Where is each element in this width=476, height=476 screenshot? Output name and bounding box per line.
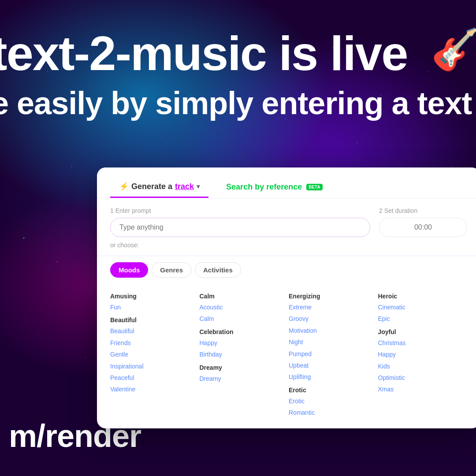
ui-panel: ⚡ Generate a track ▾ Search by reference… bbox=[97, 167, 476, 428]
mood-category-beautiful: Beautiful bbox=[110, 316, 195, 324]
mood-item-peaceful[interactable]: Peaceful bbox=[110, 373, 195, 383]
form-section: 1 Enter prompt or choose: 2 Set duration bbox=[97, 198, 476, 256]
mood-item-xmas[interactable]: Xmas bbox=[378, 384, 463, 394]
mood-item-birthday[interactable]: Birthday bbox=[200, 350, 285, 359]
mood-item-pumped[interactable]: Pumped bbox=[289, 349, 374, 359]
mood-category-amusing: Amusing bbox=[110, 293, 195, 300]
mood-item-dreamy[interactable]: Dreamy bbox=[200, 374, 285, 383]
mood-item-optimistic[interactable]: Optimistic bbox=[378, 373, 463, 383]
moods-tab-button[interactable]: Moods bbox=[110, 262, 148, 278]
mood-item-groovy[interactable]: Groovy bbox=[289, 314, 374, 324]
form-right: 2 Set duration bbox=[379, 207, 467, 237]
mood-item-romantic[interactable]: Romantic bbox=[289, 408, 374, 417]
mood-item-fun[interactable]: Fun bbox=[110, 302, 195, 312]
mood-item-night[interactable]: Night bbox=[289, 337, 374, 347]
mood-category-dreamy: Dreamy bbox=[200, 364, 285, 371]
mood-item-erotic[interactable]: Erotic bbox=[289, 396, 374, 406]
mood-category-erotic: Erotic bbox=[289, 387, 374, 394]
mood-category-joyful: Joyful bbox=[378, 328, 463, 335]
mood-item-gentle[interactable]: Gentle bbox=[110, 350, 195, 359]
mood-item-beautiful[interactable]: Beautiful bbox=[110, 326, 195, 336]
hero-subtitle: e easily by simply entering a text p bbox=[0, 84, 476, 122]
mood-category-heroic: Heroic bbox=[378, 293, 463, 300]
or-choose-label: or choose: bbox=[110, 242, 370, 249]
hero-title: text-2-music is live bbox=[0, 26, 476, 80]
page-content: 🎸 text-2-music is live e easily by simpl… bbox=[0, 0, 476, 476]
prompt-label: 1 Enter prompt bbox=[110, 207, 370, 214]
mood-item-upbeat[interactable]: Upbeat bbox=[289, 361, 374, 370]
mood-column-1: CalmAcousticCalmCelebrationHappyBirthday… bbox=[200, 288, 289, 420]
genres-tab-button[interactable]: Genres bbox=[152, 262, 191, 278]
mood-item-calm[interactable]: Calm bbox=[200, 314, 285, 324]
mood-item-happy[interactable]: Happy bbox=[200, 338, 285, 348]
mood-item-friends[interactable]: Friends bbox=[110, 338, 195, 348]
mood-column-0: AmusingFunBeautifulBeautifulFriendsGentl… bbox=[110, 288, 200, 420]
lightning-icon: ⚡ bbox=[119, 182, 129, 191]
mood-item-christmas[interactable]: Christmas bbox=[378, 338, 463, 348]
mood-item-uplifting[interactable]: Uplifting bbox=[289, 372, 374, 382]
moods-grid: AmusingFunBeautifulBeautifulFriendsGentl… bbox=[97, 284, 476, 428]
tabs-header: ⚡ Generate a track ▾ Search by reference… bbox=[97, 167, 476, 198]
prompt-input[interactable] bbox=[110, 218, 370, 237]
mood-category-energizing: Energizing bbox=[289, 293, 374, 300]
mood-item-epic[interactable]: Epic bbox=[378, 314, 463, 324]
search-by-reference-label: Search by reference bbox=[226, 182, 302, 192]
mood-item-inspirational[interactable]: Inspirational bbox=[110, 361, 195, 371]
activities-tab-button[interactable]: Activities bbox=[195, 262, 241, 278]
mood-item-happy[interactable]: Happy bbox=[378, 350, 463, 359]
form-left: 1 Enter prompt or choose: bbox=[110, 207, 370, 249]
duration-input[interactable] bbox=[379, 218, 467, 237]
duration-label: 2 Set duration bbox=[379, 207, 467, 214]
track-word: track bbox=[175, 182, 194, 191]
chevron-down-icon[interactable]: ▾ bbox=[197, 183, 200, 190]
tab-generate[interactable]: ⚡ Generate a track ▾ bbox=[110, 176, 208, 198]
mood-item-acoustic[interactable]: Acoustic bbox=[200, 302, 285, 312]
mood-item-cinematic[interactable]: Cinematic bbox=[378, 302, 463, 312]
mood-column-2: EnergizingExtremeGroovyMotivationNightPu… bbox=[289, 288, 378, 420]
mood-column-3: HeroicCinematicEpicJoyfulChristmasHappyK… bbox=[378, 288, 468, 420]
mood-tabs: Moods Genres Activities bbox=[97, 256, 476, 284]
beta-badge: BETA bbox=[306, 184, 322, 190]
hero-section: text-2-music is live e easily by simply … bbox=[0, 26, 476, 122]
mood-item-motivation[interactable]: Motivation bbox=[289, 326, 374, 335]
tab-search[interactable]: Search by reference BETA bbox=[217, 177, 331, 197]
mood-item-extreme[interactable]: Extreme bbox=[289, 302, 374, 312]
mood-category-celebration: Celebration bbox=[200, 328, 285, 335]
mood-item-valentine[interactable]: Valentine bbox=[110, 384, 195, 394]
mood-category-calm: Calm bbox=[200, 293, 285, 300]
mood-item-kids[interactable]: Kids bbox=[378, 361, 463, 371]
generate-label: Generate a bbox=[131, 182, 172, 191]
